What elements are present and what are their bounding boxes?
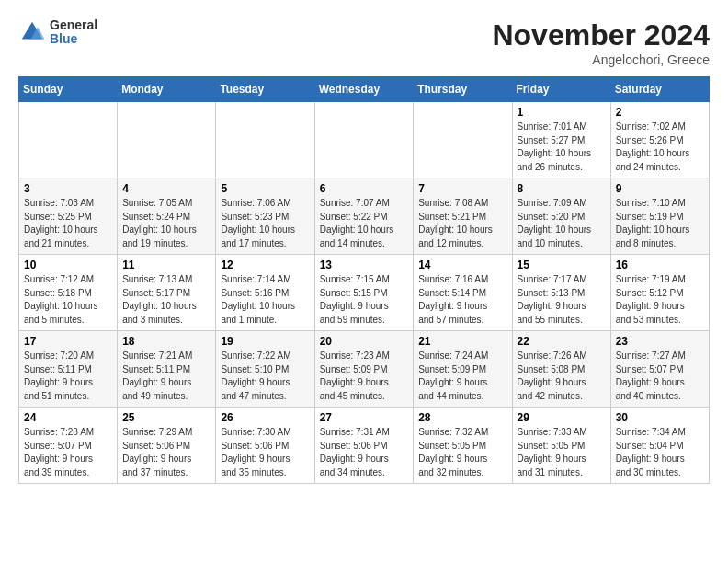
calendar-cell xyxy=(118,102,216,178)
day-number: 8 xyxy=(518,182,606,195)
calendar-cell: 9Sunrise: 7:10 AM Sunset: 5:19 PM Daylig… xyxy=(610,178,709,255)
weekday-header: Friday xyxy=(512,77,610,102)
day-info: Sunrise: 7:10 AM Sunset: 5:19 PM Dayligh… xyxy=(616,197,704,250)
day-number: 12 xyxy=(221,259,309,271)
calendar-cell: 30Sunrise: 7:34 AM Sunset: 5:04 PM Dayli… xyxy=(610,408,709,484)
calendar-cell: 13Sunrise: 7:15 AM Sunset: 5:15 PM Dayli… xyxy=(314,255,414,331)
day-info: Sunrise: 7:22 AM Sunset: 5:10 PM Dayligh… xyxy=(221,350,309,403)
calendar-cell: 28Sunrise: 7:32 AM Sunset: 5:05 PM Dayli… xyxy=(414,408,512,484)
day-number: 28 xyxy=(418,411,506,424)
day-number: 11 xyxy=(122,259,210,271)
calendar-cell: 19Sunrise: 7:22 AM Sunset: 5:10 PM Dayli… xyxy=(216,331,314,408)
weekday-header: Wednesday xyxy=(314,77,414,102)
day-number: 13 xyxy=(320,259,409,271)
calendar-cell: 29Sunrise: 7:33 AM Sunset: 5:05 PM Dayli… xyxy=(512,408,610,484)
day-number: 16 xyxy=(616,259,704,271)
calendar-week-row: 10Sunrise: 7:12 AM Sunset: 5:18 PM Dayli… xyxy=(19,255,710,331)
weekday-header: Tuesday xyxy=(216,77,314,102)
day-number: 29 xyxy=(518,411,606,424)
calendar-cell: 12Sunrise: 7:14 AM Sunset: 5:16 PM Dayli… xyxy=(216,255,314,331)
calendar-cell: 25Sunrise: 7:29 AM Sunset: 5:06 PM Dayli… xyxy=(118,408,216,484)
day-info: Sunrise: 7:09 AM Sunset: 5:20 PM Dayligh… xyxy=(518,197,606,250)
calendar-cell: 20Sunrise: 7:23 AM Sunset: 5:09 PM Dayli… xyxy=(314,331,414,408)
day-info: Sunrise: 7:07 AM Sunset: 5:22 PM Dayligh… xyxy=(320,197,409,250)
day-info: Sunrise: 7:24 AM Sunset: 5:09 PM Dayligh… xyxy=(418,350,506,403)
day-info: Sunrise: 7:15 AM Sunset: 5:15 PM Dayligh… xyxy=(320,273,409,327)
day-number: 7 xyxy=(418,182,506,195)
logo-blue: Blue xyxy=(50,32,97,46)
logo: General Blue xyxy=(18,18,97,47)
weekday-header: Thursday xyxy=(414,77,512,102)
day-info: Sunrise: 7:17 AM Sunset: 5:13 PM Dayligh… xyxy=(518,273,606,327)
calendar-cell: 6Sunrise: 7:07 AM Sunset: 5:22 PM Daylig… xyxy=(314,178,414,255)
day-number: 3 xyxy=(24,182,112,195)
calendar-cell: 18Sunrise: 7:21 AM Sunset: 5:11 PM Dayli… xyxy=(118,331,216,408)
day-number: 25 xyxy=(122,411,210,424)
logo-general: General xyxy=(50,18,97,32)
calendar-week-row: 1Sunrise: 7:01 AM Sunset: 5:27 PM Daylig… xyxy=(19,102,710,178)
calendar-table: SundayMondayTuesdayWednesdayThursdayFrid… xyxy=(18,76,710,484)
day-info: Sunrise: 7:30 AM Sunset: 5:06 PM Dayligh… xyxy=(221,426,309,479)
day-number: 9 xyxy=(616,182,704,195)
calendar-week-row: 24Sunrise: 7:28 AM Sunset: 5:07 PM Dayli… xyxy=(19,408,710,484)
day-info: Sunrise: 7:12 AM Sunset: 5:18 PM Dayligh… xyxy=(24,273,112,327)
day-number: 23 xyxy=(616,335,704,348)
day-number: 18 xyxy=(122,335,210,348)
day-number: 30 xyxy=(616,411,704,424)
calendar-cell: 15Sunrise: 7:17 AM Sunset: 5:13 PM Dayli… xyxy=(512,255,610,331)
day-info: Sunrise: 7:19 AM Sunset: 5:12 PM Dayligh… xyxy=(616,273,704,327)
calendar-cell xyxy=(216,102,314,178)
day-info: Sunrise: 7:34 AM Sunset: 5:04 PM Dayligh… xyxy=(616,426,704,479)
calendar-cell: 8Sunrise: 7:09 AM Sunset: 5:20 PM Daylig… xyxy=(512,178,610,255)
day-number: 10 xyxy=(24,259,112,271)
day-info: Sunrise: 7:29 AM Sunset: 5:06 PM Dayligh… xyxy=(122,426,210,479)
weekday-header: Saturday xyxy=(610,77,709,102)
calendar-cell: 23Sunrise: 7:27 AM Sunset: 5:07 PM Dayli… xyxy=(610,331,709,408)
day-info: Sunrise: 7:32 AM Sunset: 5:05 PM Dayligh… xyxy=(418,426,506,479)
day-number: 4 xyxy=(122,182,210,195)
day-number: 5 xyxy=(221,182,309,195)
day-number: 14 xyxy=(418,259,506,271)
header: General Blue November 2024 Angelochori, … xyxy=(18,18,710,67)
title-area: November 2024 Angelochori, Greece xyxy=(492,18,710,67)
calendar-cell xyxy=(314,102,414,178)
calendar-cell: 14Sunrise: 7:16 AM Sunset: 5:14 PM Dayli… xyxy=(414,255,512,331)
logo-icon xyxy=(18,18,46,46)
calendar-cell: 3Sunrise: 7:03 AM Sunset: 5:25 PM Daylig… xyxy=(19,178,118,255)
day-number: 1 xyxy=(518,106,606,119)
day-number: 27 xyxy=(320,411,409,424)
day-info: Sunrise: 7:01 AM Sunset: 5:27 PM Dayligh… xyxy=(518,121,606,174)
day-info: Sunrise: 7:03 AM Sunset: 5:25 PM Dayligh… xyxy=(24,197,112,250)
month-title: November 2024 xyxy=(492,18,710,52)
day-info: Sunrise: 7:23 AM Sunset: 5:09 PM Dayligh… xyxy=(320,350,409,403)
calendar-cell xyxy=(19,102,118,178)
day-number: 24 xyxy=(24,411,112,424)
calendar-cell: 7Sunrise: 7:08 AM Sunset: 5:21 PM Daylig… xyxy=(414,178,512,255)
day-info: Sunrise: 7:14 AM Sunset: 5:16 PM Dayligh… xyxy=(221,273,309,327)
day-info: Sunrise: 7:33 AM Sunset: 5:05 PM Dayligh… xyxy=(518,426,606,479)
day-info: Sunrise: 7:13 AM Sunset: 5:17 PM Dayligh… xyxy=(122,273,210,327)
day-info: Sunrise: 7:06 AM Sunset: 5:23 PM Dayligh… xyxy=(221,197,309,250)
day-info: Sunrise: 7:28 AM Sunset: 5:07 PM Dayligh… xyxy=(24,426,112,479)
day-number: 6 xyxy=(320,182,409,195)
calendar-cell: 17Sunrise: 7:20 AM Sunset: 5:11 PM Dayli… xyxy=(19,331,118,408)
calendar-cell xyxy=(414,102,512,178)
calendar-cell: 16Sunrise: 7:19 AM Sunset: 5:12 PM Dayli… xyxy=(610,255,709,331)
day-info: Sunrise: 7:02 AM Sunset: 5:26 PM Dayligh… xyxy=(616,121,704,174)
day-number: 17 xyxy=(24,335,112,348)
calendar-cell: 24Sunrise: 7:28 AM Sunset: 5:07 PM Dayli… xyxy=(19,408,118,484)
location: Angelochori, Greece xyxy=(492,52,710,67)
calendar-cell: 2Sunrise: 7:02 AM Sunset: 5:26 PM Daylig… xyxy=(610,102,709,178)
day-info: Sunrise: 7:21 AM Sunset: 5:11 PM Dayligh… xyxy=(122,350,210,403)
day-info: Sunrise: 7:26 AM Sunset: 5:08 PM Dayligh… xyxy=(518,350,606,403)
day-number: 20 xyxy=(320,335,409,348)
day-info: Sunrise: 7:08 AM Sunset: 5:21 PM Dayligh… xyxy=(418,197,506,250)
day-info: Sunrise: 7:31 AM Sunset: 5:06 PM Dayligh… xyxy=(320,426,409,479)
day-info: Sunrise: 7:20 AM Sunset: 5:11 PM Dayligh… xyxy=(24,350,112,403)
calendar-cell: 5Sunrise: 7:06 AM Sunset: 5:23 PM Daylig… xyxy=(216,178,314,255)
weekday-header: Monday xyxy=(118,77,216,102)
day-number: 21 xyxy=(418,335,506,348)
calendar-cell: 27Sunrise: 7:31 AM Sunset: 5:06 PM Dayli… xyxy=(314,408,414,484)
day-number: 19 xyxy=(221,335,309,348)
calendar-week-row: 3Sunrise: 7:03 AM Sunset: 5:25 PM Daylig… xyxy=(19,178,710,255)
